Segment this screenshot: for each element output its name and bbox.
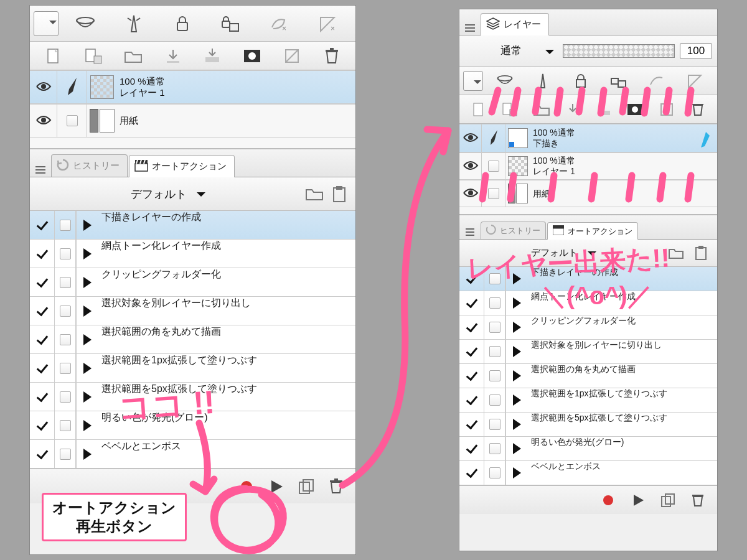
ruler-x-icon[interactable]: × — [315, 11, 340, 36]
tab-history[interactable]: ヒストリー — [481, 222, 546, 239]
expand-icon[interactable] — [77, 240, 98, 268]
expand-icon[interactable] — [77, 211, 98, 239]
action-enabled-check[interactable] — [30, 383, 55, 411]
transfer-down-icon[interactable] — [562, 99, 583, 120]
action-dialog-toggle[interactable] — [55, 440, 76, 468]
action-enabled-check[interactable] — [459, 291, 484, 315]
clipboard-icon[interactable] — [690, 242, 712, 264]
action-set-dropdown[interactable]: デフォルト — [35, 187, 301, 202]
action-dialog-toggle[interactable] — [484, 413, 505, 436]
lighthouse-icon[interactable] — [532, 70, 553, 91]
layer-color-swatch[interactable] — [34, 11, 59, 36]
expand-icon[interactable] — [506, 291, 527, 315]
expand-icon[interactable] — [77, 325, 98, 353]
trash-icon[interactable] — [686, 488, 710, 512]
apply-mask-icon[interactable] — [656, 99, 677, 120]
layer-row[interactable]: 用紙 — [30, 104, 355, 138]
action-dialog-toggle[interactable] — [55, 383, 76, 411]
expand-icon[interactable] — [77, 354, 98, 382]
new-layer-icon[interactable] — [468, 99, 489, 120]
merge-down-icon[interactable] — [593, 99, 614, 120]
transfer-down-icon[interactable] — [161, 44, 186, 68]
clipboard-icon[interactable] — [328, 183, 350, 205]
action-dialog-toggle[interactable] — [484, 364, 505, 388]
new-folder-icon[interactable] — [121, 44, 146, 68]
new-layer-plus-icon[interactable] — [499, 99, 520, 120]
folder-icon[interactable] — [303, 183, 326, 205]
lock-icon[interactable] — [570, 70, 591, 91]
action-row[interactable]: 選択範囲の角を丸めて描画 — [459, 364, 717, 388]
layer-row[interactable]: 100 %通常 下描き — [459, 124, 717, 152]
expand-icon[interactable] — [506, 340, 527, 363]
eye-icon[interactable] — [35, 80, 52, 95]
halo-icon[interactable] — [73, 11, 98, 36]
action-row[interactable]: 明るい色が発光(グロー) — [459, 437, 717, 461]
action-enabled-check[interactable] — [459, 461, 484, 485]
eye-icon[interactable] — [463, 131, 479, 146]
panel-menu-icon[interactable] — [463, 225, 477, 239]
opacity-slider[interactable] — [563, 44, 675, 58]
action-dialog-toggle[interactable] — [484, 388, 505, 412]
expand-icon[interactable] — [506, 413, 527, 436]
lock-layer-icon[interactable] — [608, 70, 629, 91]
tab-layers[interactable]: レイヤー — [481, 13, 549, 35]
expand-icon[interactable] — [77, 411, 98, 439]
merge-down-icon[interactable] — [200, 44, 225, 68]
expand-icon[interactable] — [77, 440, 98, 468]
tab-autoaction[interactable]: オートアクション — [129, 155, 235, 177]
expand-icon[interactable] — [77, 268, 98, 296]
action-enabled-check[interactable] — [459, 315, 484, 339]
tab-autoaction[interactable]: オートアクション — [547, 222, 638, 240]
action-row[interactable]: 選択範囲を5px拡張して塗りつぶす — [459, 413, 717, 437]
panel-menu-icon[interactable] — [34, 163, 47, 177]
leaf-x-icon[interactable] — [646, 70, 667, 91]
lighthouse-icon[interactable] — [121, 11, 146, 36]
action-enabled-check[interactable] — [30, 411, 55, 439]
action-row[interactable]: ベベルとエンボス — [30, 440, 355, 469]
new-folder-icon[interactable] — [531, 99, 552, 120]
layer-row[interactable]: 100 %通常 レイヤー 1 — [30, 70, 355, 104]
tab-history[interactable]: ヒストリー — [51, 154, 128, 177]
action-row[interactable]: 選択対象を別レイヤーに切り出し — [459, 340, 717, 364]
halo-icon[interactable] — [494, 70, 515, 91]
action-dialog-toggle[interactable] — [55, 297, 76, 325]
expand-icon[interactable] — [506, 364, 527, 388]
action-row[interactable]: 選択範囲を1px拡張して塗りつぶす — [30, 354, 355, 383]
lock-layer-icon[interactable] — [218, 11, 243, 36]
action-dialog-toggle[interactable] — [55, 268, 76, 296]
expand-icon[interactable] — [77, 297, 98, 325]
new-layer-icon[interactable] — [41, 44, 66, 68]
eye-icon[interactable] — [463, 187, 479, 201]
action-enabled-check[interactable] — [459, 340, 484, 363]
action-dialog-toggle[interactable] — [55, 325, 76, 353]
action-row[interactable]: クリッピングフォルダー化 — [459, 315, 717, 340]
action-enabled-check[interactable] — [459, 413, 484, 436]
expand-icon[interactable] — [506, 388, 527, 412]
action-enabled-check[interactable] — [459, 388, 484, 412]
trash-icon[interactable] — [324, 475, 348, 498]
action-enabled-check[interactable] — [30, 440, 55, 468]
layer-color-swatch[interactable] — [463, 71, 483, 91]
expand-icon[interactable] — [506, 315, 527, 339]
action-enabled-check[interactable] — [30, 268, 55, 296]
layer-row[interactable]: 100 %通常 レイヤー 1 — [459, 152, 717, 180]
eye-icon[interactable] — [463, 159, 479, 174]
action-enabled-check[interactable] — [30, 325, 55, 353]
panel-menu-icon[interactable] — [463, 21, 477, 35]
new-layer-plus-icon[interactable] — [81, 44, 106, 68]
play-button[interactable] — [626, 488, 650, 512]
action-row[interactable]: 網点トーン化レイヤー作成 — [30, 240, 355, 268]
opacity-value[interactable]: 100 — [680, 43, 712, 59]
layer-row[interactable]: 用紙 — [459, 180, 717, 207]
leaf-x-icon[interactable]: × — [266, 11, 291, 36]
expand-icon[interactable] — [77, 383, 98, 411]
lock-icon[interactable] — [170, 11, 195, 36]
action-enabled-check[interactable] — [30, 240, 55, 268]
action-row[interactable]: クリッピングフォルダー化 — [30, 268, 355, 297]
action-dialog-toggle[interactable] — [55, 411, 76, 439]
action-dialog-toggle[interactable] — [55, 240, 76, 268]
action-row[interactable]: 選択対象を別レイヤーに切り出し — [30, 297, 355, 325]
action-row[interactable]: 下描きレイヤーの作成 — [30, 211, 355, 240]
expand-icon[interactable] — [506, 437, 527, 460]
action-dialog-toggle[interactable] — [484, 437, 505, 460]
